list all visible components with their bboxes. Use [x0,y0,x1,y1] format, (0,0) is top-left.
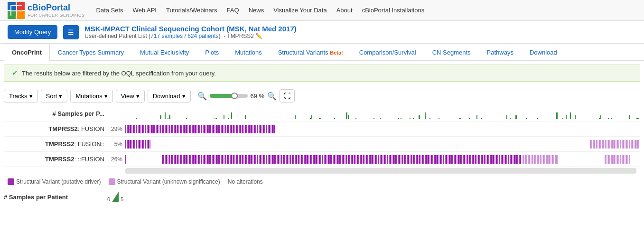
legend-color-unknown [109,178,115,185]
samples-link[interactable]: 717 samples [150,33,183,39]
logo-sub-label: FOR CANCER GENOMICS [28,13,85,18]
logo-text: cBioPortal FOR CANCER GENOMICS [28,3,85,18]
nav-visualize[interactable]: Visualize Your Data [273,7,327,14]
query-subtitle: User-defined Patient List (717 samples /… [84,33,296,39]
tmprss2-fusion-bars [125,125,640,133]
tmprss2-fusion2-label: TMPRSS2: FUSION:: [4,140,108,148]
tmprss2-fusion-pct: 29% [108,126,125,132]
sort-label: Sort [46,93,57,100]
edit-icon[interactable]: ✏️ [255,33,262,39]
download-button[interactable]: Download ▾ [148,90,191,102]
nav-about[interactable]: About [336,7,353,14]
logo-cbio-label: cBioPortal [28,3,85,13]
query-info: MSK-IMPACT Clinical Sequencing Cohort (M… [84,25,296,39]
study-title[interactable]: MSK-IMPACT Clinical Sequencing Cohort (M… [84,25,296,33]
bottom-scale: 0 5 [107,192,123,202]
tab-cancer-types-summary[interactable]: Cancer Types Summary [50,44,132,61]
tmprss2-fusion2-bars [125,140,640,149]
tracks-button[interactable]: Tracks ▾ [4,90,38,102]
samples-per-patient-track: # Samples per P... [4,106,640,121]
svg-rect-5 [11,6,16,10]
mutations-label: Mutations [75,93,102,100]
tmprss2-fusion3-pct: 26% [108,156,125,163]
tab-cn-segments[interactable]: CN Segments [424,44,479,61]
zoom-out-icon[interactable]: 🔍 [197,92,207,101]
samples-bar-chart [125,109,640,119]
svg-rect-6 [17,6,22,10]
scale-triangle [112,192,119,202]
settings-icon: ☰ [68,28,74,36]
check-icon: ✔ [12,69,18,77]
zoom-in-icon[interactable]: 🔍 [267,92,277,101]
gene-label: TMPRSS2 [227,33,254,39]
tmprss2-fusion-label: TMPRSS2: FUSION [4,125,108,132]
legend-label-none: No alterations [228,178,263,185]
tab-structural-variants[interactable]: Structural Variants Beta! [270,44,351,61]
legend: Structural Variant (putative driver) Str… [0,175,644,189]
tracks-label: Tracks [9,93,28,100]
tab-oncoprint[interactable]: OncoPrint [4,44,50,61]
settings-button[interactable]: ☰ [63,25,79,39]
legend-label-driver: Structural Variant (putative driver) [16,178,101,185]
legend-item-none: No alterations [228,178,263,185]
tmprss2-fusion2-track: TMPRSS2: FUSION:: 5% [4,137,640,152]
filter-notice-text: The results below are filtered by the OQ… [22,70,216,77]
nav-tutorials[interactable]: Tutorials/Webinars [166,7,217,14]
legend-color-driver [8,178,14,185]
filter-notice: ✔ The results below are filtered by the … [4,65,640,82]
oncoprint-area: # Samples per P... TMPRSS2: FUSION 29% T… [0,106,644,175]
scale-5: 5 [121,196,123,202]
samples-per-patient-bars [125,109,640,119]
legend-label-unknown: Structural Variant (unknown significance… [117,178,220,185]
logo: cBioPortal FOR CANCER GENOMICS [8,2,85,19]
download-caret: ▾ [182,93,186,100]
tmprss2-fusion3-bars [125,155,640,164]
bottom-row: # Samples per Patient 0 5 [0,189,644,205]
tmprss2-fusion3-track: TMPRSS2: ::FUSION 26% [4,152,640,167]
tab-plots[interactable]: Plots [197,44,227,61]
legend-item-driver: Structural Variant (putative driver) [8,178,101,185]
query-bar: Modify Query ☰ MSK-IMPACT Clinical Seque… [0,21,644,44]
view-button[interactable]: View ▾ [116,90,145,102]
sort-button[interactable]: Sort ▾ [41,90,68,102]
samples-per-patient-label: # Samples per P... [4,110,108,117]
expand-button[interactable]: ⛶ [280,89,295,102]
tmprss2-fusion-track: TMPRSS2: FUSION 29% [4,121,640,137]
tab-pathways[interactable]: Pathways [479,44,522,61]
nav-news[interactable]: News [249,7,264,14]
tmprss2-fusion3-label: TMPRSS2: ::FUSION [4,156,108,163]
view-caret: ▾ [136,93,140,100]
expand-icon: ⛶ [284,92,290,100]
logo-icon [8,2,25,19]
tab-mutations[interactable]: Mutations [227,44,270,61]
patients-link[interactable]: 624 patients [187,33,218,39]
zoom-slider[interactable] [210,94,248,98]
sort-caret: ▾ [59,93,62,100]
samples-per-patient-bottom-label: # Samples per Patient [4,194,75,201]
tabs-bar: OncoPrint Cancer Types Summary Mutual Ex… [0,44,644,61]
nav-datasets[interactable]: Data Sets [96,7,123,14]
tmprss2-fusion2-pct: 5% [108,141,125,148]
mutations-button[interactable]: Mutations ▾ [70,90,112,102]
tab-comparison-survival[interactable]: Comparison/Survival [351,44,424,61]
mutations-caret: ▾ [104,93,108,100]
patient-list-label: User-defined Patient List [84,33,147,39]
nav-installations[interactable]: cBioPortal Installations [362,7,425,14]
tab-download[interactable]: Download [522,44,565,61]
zoom-area: 🔍 69 % 🔍 [197,92,277,101]
scale-0: 0 [107,196,110,202]
svg-rect-7 [11,11,16,16]
tracks-caret: ▾ [29,93,33,100]
scrollbar[interactable] [125,168,636,174]
nav-webapi[interactable]: Web API [133,7,157,14]
modify-query-button[interactable]: Modify Query [8,25,57,39]
view-label: View [121,93,134,100]
nav-faq[interactable]: FAQ [227,7,239,14]
svg-rect-8 [17,11,22,16]
zoom-percent: 69 % [251,93,265,100]
top-nav: cBioPortal FOR CANCER GENOMICS Data Sets… [0,0,644,21]
main-nav: Data Sets Web API Tutorials/Webinars FAQ… [96,7,425,14]
legend-item-unknown: Structural Variant (unknown significance… [109,178,220,185]
toolbar: Tracks ▾ Sort ▾ Mutations ▾ View ▾ Downl… [0,85,644,106]
tab-mutual-exclusivity[interactable]: Mutual Exclusivity [132,44,197,61]
